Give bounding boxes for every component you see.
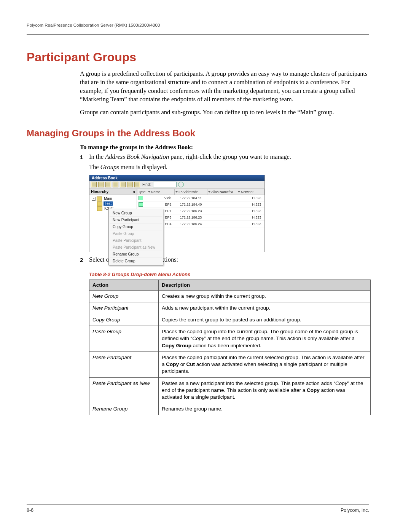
find-input[interactable] <box>153 182 177 187</box>
menu-paste-participant[interactable]: Paste Participant <box>110 237 162 244</box>
desc-italic: Copy <box>335 380 347 386</box>
step-1: 1 In the Address Book Navigation pane, r… <box>80 152 369 171</box>
tree-expander-icon[interactable]: − <box>92 197 96 201</box>
ab-toolbar: Find: <box>89 181 264 189</box>
toolbar-icon[interactable] <box>113 182 118 187</box>
desc-part: or <box>179 361 186 367</box>
intro-paragraph-2: Groups can contain participants and sub-… <box>80 108 369 117</box>
step1-sub-italic: Groups <box>100 163 119 171</box>
toolbar-icon[interactable] <box>91 182 97 187</box>
action-desc: Copies the current group to be pasted as… <box>159 314 371 326</box>
row-ip: 172.22.186.23 <box>175 214 207 220</box>
toolbar-icon[interactable] <box>134 182 140 187</box>
step-number: 2 <box>80 255 89 264</box>
desc-part: Pastes as a new participant into the sel… <box>162 380 335 386</box>
tree-label: Main <box>103 197 113 201</box>
col-description: Description <box>159 280 371 290</box>
row-network: H.323 <box>237 195 264 201</box>
header-rule <box>27 34 369 35</box>
action-name: New Participant <box>89 302 159 314</box>
heading-managing-groups: Managing Groups in the Address Book <box>27 128 369 139</box>
table-caption: Table 8-2 Groups Drop-down Menu Actions <box>89 272 369 277</box>
desc-bold: Copy <box>166 361 179 367</box>
tree-item-test[interactable]: Test <box>97 201 136 206</box>
table-row: Rename Group Renames the group name. <box>89 403 371 415</box>
col-action: Action <box>89 280 159 290</box>
menu-paste-participant-as-new[interactable]: Paste Participant as New <box>110 244 162 251</box>
table-row[interactable]: EP2 172.22.184.40 H.323 <box>137 201 264 208</box>
col-alias[interactable]: Alias Name/SI <box>207 189 237 195</box>
step1-sub-b: menu is displayed. <box>119 163 167 171</box>
row-network: H.323 <box>237 201 264 208</box>
menu-copy-group[interactable]: Copy Group <box>110 224 162 230</box>
row-ip: 172.22.184.40 <box>175 201 207 208</box>
desc-part: ” at the end of the group name. This act… <box>204 335 355 341</box>
heading-participant-groups: Participant Groups <box>27 50 369 64</box>
table-row: New Participant Adds a new participant w… <box>89 302 371 314</box>
toolbar-icon[interactable] <box>105 182 111 187</box>
menu-delete-group[interactable]: Delete Group <box>110 258 162 264</box>
menu-new-group[interactable]: New Group <box>110 210 162 217</box>
tree-header: Hierarchy « <box>89 189 137 195</box>
action-name: Paste Participant as New <box>89 377 159 403</box>
action-desc: Creates a new group within the current g… <box>159 290 371 302</box>
grid-header-row: Type Name IP Address/P Alias Name/SI Net… <box>137 189 264 195</box>
action-name: Paste Group <box>89 326 159 352</box>
sort-icon <box>208 191 210 193</box>
col-network-label: Network <box>241 190 253 194</box>
menu-rename-group[interactable]: Rename Group <box>110 251 162 258</box>
sort-icon <box>238 191 240 193</box>
participant-icon <box>139 196 143 200</box>
table-row[interactable]: Vicki 172.22.184.11 H.323 <box>137 195 264 201</box>
row-ip: 172.22.186.24 <box>175 220 207 227</box>
step1-italic: Address Book Navigation <box>105 153 169 160</box>
col-ip[interactable]: IP Address/P <box>175 189 207 195</box>
row-ip: 172.22.184.11 <box>175 195 207 201</box>
actions-table: Action Description New Group Creates a n… <box>89 280 371 415</box>
toolbar-icon[interactable] <box>98 182 104 187</box>
toolbar-icon[interactable] <box>120 182 126 187</box>
step-text: In the Address Book Navigation pane, rig… <box>89 152 369 171</box>
col-name[interactable]: Name <box>147 189 175 195</box>
table-row: Copy Group Copies the current group to b… <box>89 314 371 326</box>
folder-icon <box>97 206 102 211</box>
col-network[interactable]: Network <box>237 189 264 195</box>
action-desc: Places the copied group into the current… <box>159 326 371 352</box>
row-name: Vicki <box>147 195 175 201</box>
sort-icon <box>175 191 178 193</box>
tree-body: − Main Test ICBC New Group New Par <box>89 195 137 252</box>
col-name-label: Name <box>151 190 160 194</box>
address-book-screenshot: Address Book Find: Hierarchy « − <box>89 175 265 252</box>
menu-new-participant[interactable]: New Participant <box>110 217 162 224</box>
page-number: 8-6 <box>27 508 33 513</box>
running-header: Polycom RealPresence Collaboration Serve… <box>27 23 369 27</box>
desc-bold: Copy <box>307 387 320 393</box>
step1-a: In the <box>89 153 105 160</box>
tree-root[interactable]: − Main <box>92 197 136 201</box>
context-menu: New Group New Participant Copy Group Pas… <box>108 209 163 265</box>
row-ip: 172.22.186.23 <box>175 208 207 214</box>
action-name: Rename Group <box>89 403 159 415</box>
menu-paste-group[interactable]: Paste Group <box>110 230 162 237</box>
desc-italic: Copy <box>192 335 204 341</box>
step1-b: pane, right-click the group you want to … <box>169 153 291 160</box>
search-icon[interactable] <box>178 182 184 187</box>
table-row: Paste Participant as New Pastes as a new… <box>89 377 371 403</box>
table-row: Paste Group Places the copied group into… <box>89 326 371 352</box>
row-network: H.323 <box>237 208 264 214</box>
action-desc: Renames the group name. <box>159 403 371 415</box>
find-label: Find: <box>142 182 151 187</box>
intro-paragraph-1: A group is a predefined collection of pa… <box>80 70 369 104</box>
row-network: H.323 <box>237 220 264 227</box>
table-row: New Group Creates a new group within the… <box>89 290 371 302</box>
step1-sub: The Groups menu is displayed. <box>89 163 369 171</box>
row-type-icon <box>137 201 147 208</box>
table-row: Paste Participant Places the copied part… <box>89 351 371 377</box>
folder-icon <box>97 201 102 206</box>
toolbar-icon[interactable] <box>127 182 133 187</box>
col-type[interactable]: Type <box>137 189 147 195</box>
collapse-icon[interactable]: « <box>133 190 135 194</box>
action-desc: Pastes as a new participant into the sel… <box>159 377 371 403</box>
action-desc: Places the copied participant into the c… <box>159 351 371 377</box>
action-name: New Group <box>89 290 159 302</box>
